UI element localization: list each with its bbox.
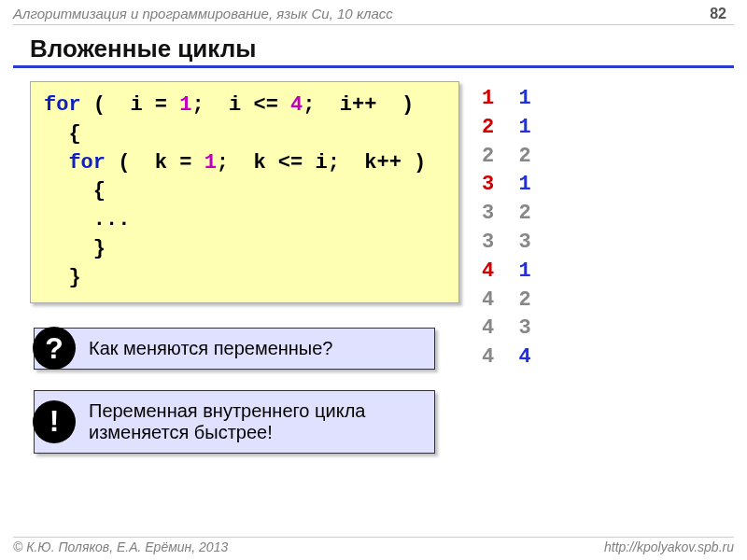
trace-i: 4 (482, 316, 494, 340)
page-number: 82 (710, 6, 734, 22)
trace-k: 3 (519, 316, 531, 340)
trace-k: 2 (519, 288, 531, 312)
trace-i: 2 (482, 116, 494, 139)
trace-i: 4 (482, 259, 494, 283)
footer-url: http://kpolyakov.spb.ru (604, 539, 734, 554)
trace-k: 3 (519, 231, 531, 254)
callout-question-text: Как меняются переменные? (89, 338, 333, 358)
exclaim-badge: ! (33, 400, 76, 443)
keyword-for: for (68, 151, 106, 175)
callout-exclaim-text: Переменная внутреннего цикла изменяется … (89, 400, 365, 442)
trace-i: 1 (482, 87, 494, 110)
trace-i: 3 (482, 173, 494, 196)
slide-title: Вложенные циклы (30, 35, 734, 63)
question-badge: ? (33, 327, 76, 370)
callout-question: ? Как меняются переменные? (34, 328, 435, 370)
course-name: Алгоритмизация и программирование, язык … (13, 6, 710, 21)
trace-i: 4 (482, 345, 494, 369)
trace-k: 2 (519, 202, 531, 225)
trace-i: 2 (482, 145, 494, 168)
footer-authors: К.Ю. Поляков, Е.А. Ерёмин, 2013 (26, 539, 228, 554)
title-rule (13, 65, 734, 68)
footer: © К.Ю. Поляков, Е.А. Ерёмин, 2013 http:/… (13, 537, 734, 554)
callout-exclaim: ! Переменная внутреннего цикла изменяетс… (34, 390, 435, 454)
trace-k: 4 (519, 345, 531, 369)
trace-i: 4 (482, 288, 494, 312)
keyword-for: for (44, 93, 81, 117)
trace-i: 3 (482, 231, 494, 254)
header: Алгоритмизация и программирование, язык … (13, 6, 734, 25)
code-block: for ( i = 1; i <= 4; i++ ) { for ( k = 1… (30, 81, 459, 303)
trace-k: 1 (519, 259, 531, 283)
trace-i: 3 (482, 202, 494, 225)
trace-k: 1 (519, 173, 531, 196)
trace-output: 1 1 2 1 2 2 3 1 3 2 3 3 4 1 4 2 4 3 4 4 (482, 81, 531, 372)
trace-k: 1 (519, 116, 531, 139)
trace-k: 1 (519, 87, 531, 110)
trace-k: 2 (519, 145, 531, 168)
